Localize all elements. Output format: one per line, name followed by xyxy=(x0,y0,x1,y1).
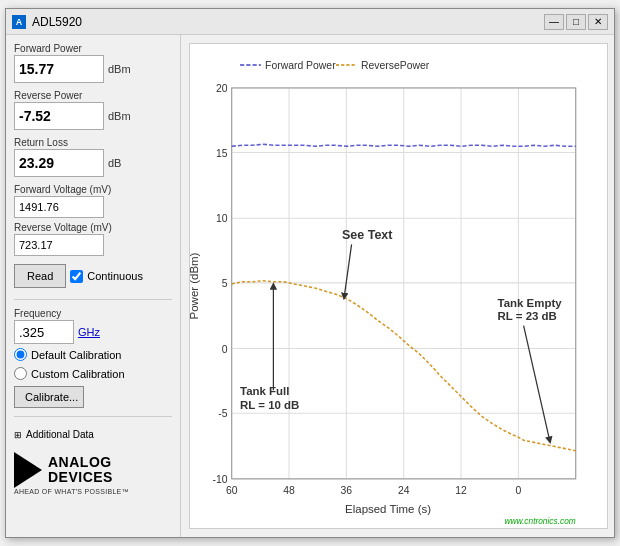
chart-svg: Power (dBm) xyxy=(190,44,607,528)
custom-cal-radio[interactable] xyxy=(14,367,27,380)
maximize-button[interactable]: □ xyxy=(566,14,586,30)
left-panel: Forward Power 15.77 dBm Reverse Power -7… xyxy=(6,35,181,537)
frequency-row: .325 GHz xyxy=(14,320,172,344)
svg-text:12: 12 xyxy=(455,485,467,496)
return-loss-unit: dB xyxy=(108,157,121,169)
additional-data-section[interactable]: ⊞ Additional Data xyxy=(14,429,172,440)
svg-text:Forward Power: Forward Power xyxy=(265,60,336,71)
svg-text:15: 15 xyxy=(216,148,228,159)
y-axis-label: Power (dBm) xyxy=(190,252,200,319)
return-loss-row: 23.29 dB xyxy=(14,149,172,177)
svg-text:-5: -5 xyxy=(218,408,227,419)
svg-text:24: 24 xyxy=(398,485,410,496)
svg-text:0: 0 xyxy=(222,344,228,355)
logo-text: ANALOGDEVICES xyxy=(48,455,113,486)
custom-cal-label: Custom Calibration xyxy=(31,368,125,380)
forward-power-value: 15.77 xyxy=(14,55,104,83)
main-window: A ADL5920 — □ ✕ Forward Power 15.77 dBm … xyxy=(5,8,615,538)
svg-text:-10: -10 xyxy=(212,474,227,485)
svg-line-34 xyxy=(344,244,351,296)
return-loss-value: 23.29 xyxy=(14,149,104,177)
rev-voltage-label: Reverse Voltage (mV) xyxy=(14,222,172,233)
svg-text:ReversePower: ReversePower xyxy=(361,60,430,71)
frequency-section: Frequency .325 GHz xyxy=(14,308,172,344)
svg-text:Tank Empty: Tank Empty xyxy=(498,297,563,309)
fwd-voltage-label: Forward Voltage (mV) xyxy=(14,184,172,195)
svg-text:0: 0 xyxy=(515,485,521,496)
svg-text:48: 48 xyxy=(283,485,295,496)
minimize-button[interactable]: — xyxy=(544,14,564,30)
rev-voltage-section: Reverse Voltage (mV) 723.17 xyxy=(14,222,172,256)
reverse-power-value: -7.52 xyxy=(14,102,104,130)
logo-sub-text: AHEAD OF WHAT'S POSSIBLE™ xyxy=(14,488,129,495)
svg-text:36: 36 xyxy=(341,485,353,496)
continuous-checkbox[interactable] xyxy=(70,270,83,283)
svg-text:See Text: See Text xyxy=(342,228,393,242)
reverse-power-section: Reverse Power -7.52 dBm xyxy=(14,90,172,133)
read-button[interactable]: Read xyxy=(14,264,66,288)
svg-text:RL = 10 dB: RL = 10 dB xyxy=(240,399,299,411)
fwd-voltage-value: 1491.76 xyxy=(14,196,104,218)
calibrate-button[interactable]: Calibrate... xyxy=(14,386,84,408)
content-area: Forward Power 15.77 dBm Reverse Power -7… xyxy=(6,35,614,537)
title-bar: A ADL5920 — □ ✕ xyxy=(6,9,614,35)
default-cal-label: Default Calibration xyxy=(31,349,122,361)
logo-triangle-icon xyxy=(14,452,42,488)
logo-box: ANALOGDEVICES xyxy=(14,452,113,488)
svg-text:5: 5 xyxy=(222,278,228,289)
frequency-label: Frequency xyxy=(14,308,172,319)
svg-line-37 xyxy=(524,326,550,441)
logo-main-text: ANALOGDEVICES xyxy=(48,455,113,486)
reverse-power-unit: dBm xyxy=(108,110,131,122)
app-icon: A xyxy=(12,15,26,29)
expand-icon: ⊞ xyxy=(14,430,22,440)
forward-power-row: 15.77 dBm xyxy=(14,55,172,83)
chart-container: Power (dBm) xyxy=(189,43,608,529)
svg-text:60: 60 xyxy=(226,485,238,496)
default-cal-row: Default Calibration xyxy=(14,348,172,361)
default-cal-radio[interactable] xyxy=(14,348,27,361)
continuous-row: Continuous xyxy=(70,270,143,283)
reverse-power-label: Reverse Power xyxy=(14,90,172,101)
custom-cal-row: Custom Calibration xyxy=(14,367,172,380)
additional-data-label: Additional Data xyxy=(26,429,94,440)
reverse-power-row: -7.52 dBm xyxy=(14,102,172,130)
fwd-voltage-section: Forward Voltage (mV) 1491.76 xyxy=(14,184,172,218)
chart-area: Power (dBm) xyxy=(181,35,614,537)
svg-text:www.cntronics.com: www.cntronics.com xyxy=(504,516,575,526)
forward-power-section: Forward Power 15.77 dBm xyxy=(14,43,172,86)
close-button[interactable]: ✕ xyxy=(588,14,608,30)
return-loss-section: Return Loss 23.29 dB xyxy=(14,137,172,180)
svg-text:10: 10 xyxy=(216,213,228,224)
forward-power-label: Forward Power xyxy=(14,43,172,54)
window-controls: — □ ✕ xyxy=(544,14,608,30)
ghz-link[interactable]: GHz xyxy=(78,326,100,338)
rev-voltage-value: 723.17 xyxy=(14,234,104,256)
continuous-label: Continuous xyxy=(87,270,143,282)
svg-text:20: 20 xyxy=(216,83,228,94)
svg-text:RL = 23 dB: RL = 23 dB xyxy=(498,310,557,322)
window-title: ADL5920 xyxy=(32,15,544,29)
read-row: Read Continuous xyxy=(14,264,172,288)
return-loss-label: Return Loss xyxy=(14,137,172,148)
logo-section: ANALOGDEVICES AHEAD OF WHAT'S POSSIBLE™ xyxy=(14,452,172,495)
svg-text:Elapsed Time (s): Elapsed Time (s) xyxy=(345,503,431,515)
forward-power-unit: dBm xyxy=(108,63,131,75)
svg-text:Tank Full: Tank Full xyxy=(240,385,289,397)
frequency-value: .325 xyxy=(14,320,74,344)
